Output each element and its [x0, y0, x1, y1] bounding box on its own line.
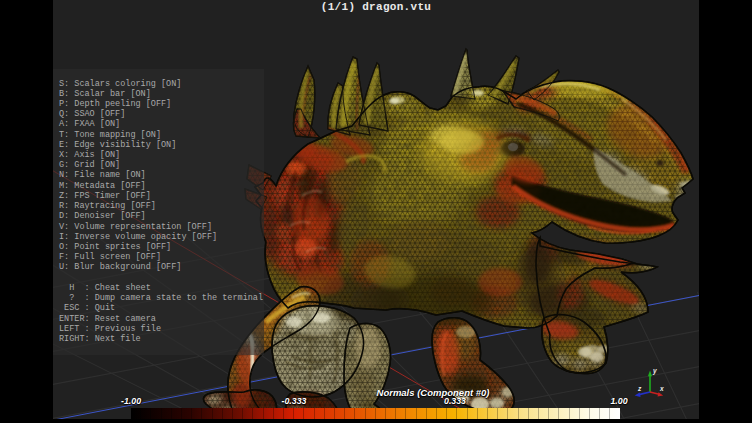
svg-text:y: y [652, 367, 657, 375]
svg-text:x: x [659, 385, 664, 392]
svg-text:z: z [637, 385, 642, 392]
